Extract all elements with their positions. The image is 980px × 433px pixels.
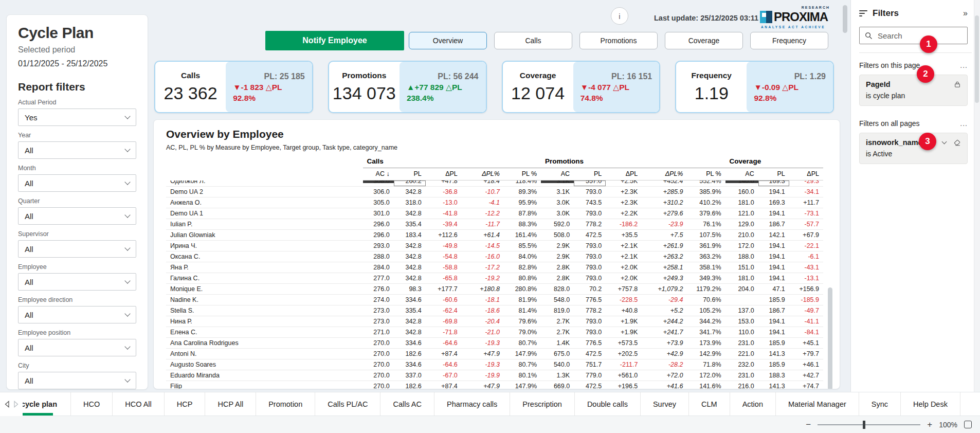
filter-dropdown-quarter[interactable]: All <box>18 207 136 225</box>
table-row[interactable]: Stella S.273.0335.4-62.4-18.681.4%819.07… <box>166 305 823 316</box>
column-header[interactable]: ΔPL% <box>462 168 504 181</box>
page-tab-double-calls[interactable]: Double calls <box>575 392 641 416</box>
page-tab-prescription[interactable]: Prescription <box>510 392 575 416</box>
column-header[interactable]: ΔPL% <box>642 168 687 181</box>
page-tab-calls-ac[interactable]: Calls AC <box>380 392 434 416</box>
value-cell: 182.6 <box>394 381 426 390</box>
filter-dropdown-supervisor[interactable]: All <box>18 240 136 258</box>
filters-search-input[interactable]: Search <box>859 27 968 44</box>
column-header[interactable]: PL % <box>687 168 725 181</box>
more-options-icon[interactable]: ... <box>960 119 968 128</box>
table-row[interactable]: Filip270.0182.6+87.4+47.9147.9%669.0472.… <box>166 381 823 390</box>
table-row[interactable]: Eduardo Miranda270.0337.0-67.0-19.980.1%… <box>166 370 823 381</box>
value-cell: 231.0 <box>725 338 758 349</box>
filter-value: All <box>25 344 33 352</box>
filter-dropdown-year[interactable]: All <box>18 141 136 159</box>
page-tab-survey[interactable]: Survey <box>641 392 689 416</box>
filter-dropdown-city[interactable]: All <box>18 372 136 389</box>
filter-dropdown-employee[interactable]: All <box>18 273 136 291</box>
filter-dropdown-employee-position[interactable]: All <box>18 339 136 356</box>
column-header[interactable]: PL <box>574 168 606 181</box>
filter-dropdown-actual-period[interactable]: Yes <box>18 109 136 126</box>
filter-dropdown-month[interactable]: All <box>18 174 136 192</box>
value-cell: 2.9K <box>541 251 574 262</box>
page-tab-hco-all[interactable]: HCO All <box>113 392 165 416</box>
column-header[interactable]: PL <box>394 168 426 181</box>
table-row[interactable]: Iulian P.296.0335.4-39.4-11.788.3%592.07… <box>166 219 823 230</box>
value-cell: +72.0 <box>642 370 687 381</box>
zoom-slider-thumb[interactable] <box>863 421 865 429</box>
column-header[interactable]: AC <box>541 168 574 181</box>
table-row[interactable]: Antoni N.270.0182.6+87.4+47.9147.9%675.0… <box>166 349 823 359</box>
tab-scroll-left-icon[interactable] <box>4 401 10 408</box>
page-tab-calls-pl-ac[interactable]: Calls PL/AC <box>315 392 380 416</box>
table-row[interactable]: Елена С.271.0342.8-71.8-21.079.0%2.7K793… <box>166 327 823 338</box>
chevron-down-icon <box>124 376 130 382</box>
chevron-down-icon[interactable] <box>942 139 947 145</box>
table-row[interactable]: Augusto Soares270.0334.6-64.6-19.380.7%5… <box>166 359 823 370</box>
filter-card-isnowork[interactable]: isnowork_name is Active <box>859 133 968 164</box>
column-header[interactable]: PL % <box>504 168 541 181</box>
table-row[interactable]: Оксана С.288.0342.8-54.8-16.084.0%2.9K79… <box>166 251 823 262</box>
zoom-in-button[interactable]: + <box>927 420 932 430</box>
table-row[interactable]: Галина С.277.0342.8-65.8-19.280.8%2.8K79… <box>166 273 823 284</box>
table-row[interactable]: Demo UA 1301.0342.8-41.8-12.287.8%3.0K79… <box>166 208 823 219</box>
column-header[interactable]: ΔPL <box>606 168 642 181</box>
zoom-slider[interactable] <box>818 424 920 425</box>
page-tab-hcp[interactable]: HCP <box>165 392 206 416</box>
nav-button-calls[interactable]: Calls <box>494 32 572 49</box>
table-row[interactable]: Julian Glowniak296.0183.4+112.6+61.4161.… <box>166 230 823 241</box>
column-header[interactable]: ΔPL <box>426 168 462 181</box>
divider <box>859 52 972 53</box>
value-cell: +42.9 <box>642 349 687 359</box>
column-header[interactable]: AC ↓ <box>363 168 394 181</box>
eraser-icon[interactable] <box>953 139 961 147</box>
tab-scroll-right-icon[interactable] <box>13 401 19 408</box>
column-header[interactable]: PL <box>758 168 789 181</box>
page-tab-help-desk[interactable]: Help Desk <box>901 392 960 416</box>
value-cell: 88.3% <box>504 219 541 230</box>
page-tab-action[interactable]: Action <box>730 392 776 416</box>
zoom-out-button[interactable]: − <box>806 420 811 430</box>
notify-employee-button[interactable]: Notify Employee <box>265 31 404 50</box>
filter-dropdown-employee-direction[interactable]: All <box>18 306 136 323</box>
page-tab-pharmacy-calls[interactable]: Pharmacy calls <box>434 392 510 416</box>
page-tab-sync[interactable]: Sync <box>859 392 901 416</box>
value-cell: 82.8% <box>504 262 541 273</box>
value-cell: 185.9 <box>758 338 789 349</box>
table-row[interactable]: Нина Р.273.0342.8-69.8-20.479.6%2.7K793.… <box>166 316 823 327</box>
value-cell: +18.4 <box>462 181 504 187</box>
table-row[interactable]: Nadine K.274.0334.6-60.6-18.181.9%548.07… <box>166 295 823 305</box>
table-row[interactable]: Demo UA 2306.0342.8-36.8-10.789.3%3.1K79… <box>166 187 823 197</box>
page-tab-clm[interactable]: CLM <box>689 392 730 416</box>
table-row[interactable]: Ирина Ч.293.0342.8-49.8-14.585.5%2.9K793… <box>166 241 823 251</box>
page-tab-hcp-all[interactable]: HCP All <box>205 392 256 416</box>
fit-to-page-icon[interactable] <box>964 421 972 428</box>
table-row[interactable]: Ana Carolina Rodrigues270.0334.6-64.6-19… <box>166 338 823 349</box>
info-icon[interactable]: i <box>611 7 628 25</box>
collapse-pane-icon[interactable]: » <box>963 9 968 18</box>
window-scrollbar[interactable] <box>974 0 980 392</box>
page-tab-material-manager[interactable]: Material Manager <box>776 392 859 416</box>
more-options-icon[interactable]: ... <box>960 61 968 69</box>
nav-button-promotions[interactable]: Promotions <box>579 32 658 49</box>
main-scrollbar[interactable] <box>843 5 847 33</box>
table-row[interactable]: Monique E.276.098.3+177.7+180.8280.8%828… <box>166 284 823 295</box>
nav-button-frequency[interactable]: Frequency <box>750 32 828 49</box>
column-header[interactable]: ΔPL <box>789 168 823 181</box>
table-row[interactable]: Одилжон Л.308.0260.2+47.8+18.4118.4%3.1K… <box>166 181 823 187</box>
value-cell: 270.0 <box>363 359 394 370</box>
table-scrollbar[interactable] <box>828 287 832 389</box>
nav-button-coverage[interactable]: Coverage <box>665 32 743 49</box>
nav-button-overview[interactable]: Overview <box>409 32 487 49</box>
value-cell: 270.0 <box>363 370 394 381</box>
table-row[interactable]: Яна Р.284.0342.8-58.8-17.282.8%2.8K793.0… <box>166 262 823 273</box>
page-tab-hco[interactable]: HCO <box>71 392 113 416</box>
filters-all-pages-label: Filters on all pages <box>859 119 960 128</box>
column-header[interactable]: AC <box>725 168 758 181</box>
page-tab-promotion[interactable]: Promotion <box>256 392 315 416</box>
filter-card-pageid[interactable]: PageId is cycle plan <box>859 75 968 106</box>
table-row[interactable]: Анжела О.305.0318.0-13.0-4.195.9%3.0K743… <box>166 197 823 208</box>
value-cell: 363.2% <box>687 251 725 262</box>
value-cell: 194.1 <box>758 251 789 262</box>
